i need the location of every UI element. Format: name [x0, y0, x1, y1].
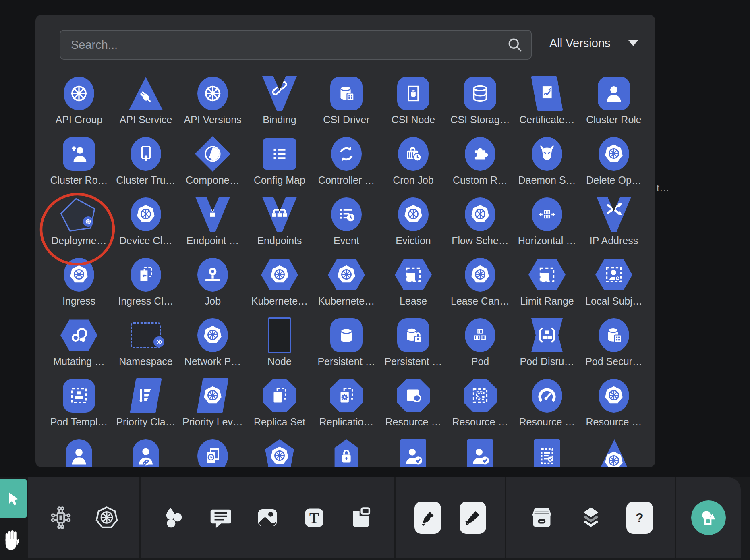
library-item-local-subject-access[interactable]: Local Subj… [580, 255, 647, 316]
library-item-csi-driver[interactable]: CSI Driver [313, 74, 380, 135]
library-item-partial-6[interactable] [380, 437, 447, 467]
card-tool[interactable] [348, 504, 374, 531]
priority-level-icon [200, 376, 226, 415]
library-item-persistent-volume[interactable]: Persistent … [313, 316, 380, 376]
library-item-cluster-trust-bundle[interactable]: Cluster Tru… [112, 135, 179, 195]
library-item-endpoint-slice[interactable]: Endpoint … [179, 195, 246, 255]
library-item-partial-4[interactable] [246, 437, 313, 467]
library-item-binding[interactable]: Binding [246, 74, 313, 135]
flow-schema-label: Flow Sche… [452, 235, 509, 246]
library-item-csi-storage[interactable]: CSI Storag… [447, 74, 514, 135]
pen-tool[interactable] [414, 502, 441, 534]
library-item-replica-set[interactable]: Replica Set [246, 376, 313, 437]
library-item-custom-resource[interactable]: Custom R… [447, 135, 514, 195]
library-item-resource-3[interactable]: Resource … [514, 376, 580, 437]
library-item-endpoints[interactable]: Endpoints [246, 195, 313, 255]
toolbar-group-insert: T [141, 477, 394, 558]
archive-tool[interactable] [528, 504, 555, 531]
shapes-tool[interactable] [161, 504, 187, 531]
library-item-config-map[interactable]: Config Map [246, 135, 313, 195]
hand-tool[interactable] [1, 521, 24, 560]
library-item-delete-options[interactable]: Delete Op… [580, 135, 647, 195]
partial-4-icon [264, 437, 295, 467]
svg-text:T: T [309, 510, 319, 526]
library-item-api-service[interactable]: API Service [112, 74, 179, 135]
library-item-certificate[interactable]: Certificate… [514, 74, 580, 135]
library-item-cron-job[interactable]: Cron Job [380, 135, 447, 195]
component-status-icon [195, 135, 230, 173]
library-item-job[interactable]: Job [179, 255, 246, 316]
layers-tool[interactable] [578, 504, 604, 531]
library-item-partial-2[interactable] [112, 437, 179, 467]
library-item-partial-1[interactable] [46, 437, 112, 467]
library-item-controller-revision[interactable]: Controller … [313, 135, 380, 195]
pod-template-label: Pod Templ… [50, 417, 108, 427]
node-tool[interactable] [48, 504, 74, 531]
selection-tool[interactable] [0, 479, 27, 518]
resource-4-label: Resource … [586, 417, 642, 427]
library-item-pod[interactable]: Pod [447, 316, 514, 376]
library-item-pod-security[interactable]: Pod Secur… [580, 316, 647, 376]
library-item-cluster-role-binding[interactable]: Cluster Ro… [46, 135, 112, 195]
library-item-mutating-webhook[interactable]: Mutating … [46, 316, 112, 376]
library-item-priority-level[interactable]: Priority Lev… [179, 376, 246, 437]
node-icon [268, 316, 291, 355]
pod-disruption-label: Pod Disru… [520, 356, 574, 367]
kubernetes-library-tool[interactable] [93, 504, 120, 531]
library-item-pod-template[interactable]: Pod Templ… [46, 376, 112, 437]
library-item-partial-3[interactable] [179, 437, 246, 467]
help-tool[interactable]: ? [626, 502, 653, 534]
library-item-eviction[interactable]: Eviction [380, 195, 447, 255]
library-item-component-status[interactable]: Compone… [179, 135, 246, 195]
library-item-priority-class[interactable]: Priority Cla… [112, 376, 179, 437]
library-item-ip-address[interactable]: IP Address [580, 195, 647, 255]
library-item-daemon-set[interactable]: Daemon S… [514, 135, 580, 195]
library-item-node[interactable]: Node [246, 316, 313, 376]
library-item-partial-7[interactable] [447, 437, 514, 467]
image-tool[interactable] [254, 504, 281, 531]
library-item-csi-node[interactable]: CSI Node [380, 74, 447, 135]
version-filter-dropdown[interactable]: All Versions [542, 31, 644, 56]
library-item-namespace[interactable]: Namespace [112, 316, 179, 376]
library-item-limit-range[interactable]: Limit Range [514, 255, 580, 316]
library-item-flow-schema[interactable]: Flow Sche… [447, 195, 514, 255]
library-item-ingress-class[interactable]: Ingress Cl… [112, 255, 179, 316]
library-item-cluster-role[interactable]: Cluster Role [580, 74, 647, 135]
shape-grid: API GroupAPI ServiceAPI VersionsBindingC… [46, 74, 647, 467]
layers-icon [578, 504, 604, 531]
config-map-label: Config Map [254, 175, 305, 185]
library-item-network-policy[interactable]: Network P… [179, 316, 246, 376]
persistent-volume-label: Persistent … [317, 356, 375, 367]
partial-5-icon [332, 437, 360, 467]
library-item-kubernetes-1[interactable]: Kubernete… [246, 255, 313, 316]
library-item-partial-8[interactable] [514, 437, 580, 467]
canvas-text-fragment[interactable]: t… [657, 182, 669, 194]
library-item-api-versions[interactable]: API Versions [179, 74, 246, 135]
library-item-event[interactable]: Event [313, 195, 380, 255]
library-item-persistent-claim[interactable]: Persistent … [380, 316, 447, 376]
library-item-resource-2[interactable]: Resource … [447, 376, 514, 437]
library-item-horizontal-autoscaler[interactable]: Horizontal … [514, 195, 580, 255]
library-item-device-class[interactable]: Device Cl… [112, 195, 179, 255]
daemon-set-icon [532, 135, 562, 173]
library-item-lease[interactable]: Lease [380, 255, 447, 316]
library-item-partial-9[interactable] [580, 437, 647, 467]
pencil-tool[interactable] [460, 502, 486, 534]
comment-tool[interactable] [207, 504, 234, 531]
library-item-lease-candidate[interactable]: Lease Can… [447, 255, 514, 316]
library-item-resource-1[interactable]: Resource … [380, 376, 447, 437]
library-item-pod-disruption[interactable]: Pod Disru… [514, 316, 580, 376]
text-tool[interactable]: T [301, 504, 327, 531]
library-item-replication-ctrl[interactable]: Replicatio… [313, 376, 380, 437]
library-item-partial-5[interactable] [313, 437, 380, 467]
namespace-icon [131, 316, 161, 355]
library-item-resource-4[interactable]: Resource … [580, 376, 647, 437]
search-icon [506, 36, 524, 54]
partial-1-icon [66, 437, 92, 467]
search-input[interactable] [60, 30, 532, 60]
cluster-role-binding-label: Cluster Ro… [50, 175, 108, 185]
deployment-annotation-ellipse[interactable] [38, 192, 120, 270]
shape-picker-button[interactable] [691, 500, 726, 535]
library-item-kubernetes-2[interactable]: Kubernete… [313, 255, 380, 316]
library-item-api-group[interactable]: API Group [46, 74, 112, 135]
